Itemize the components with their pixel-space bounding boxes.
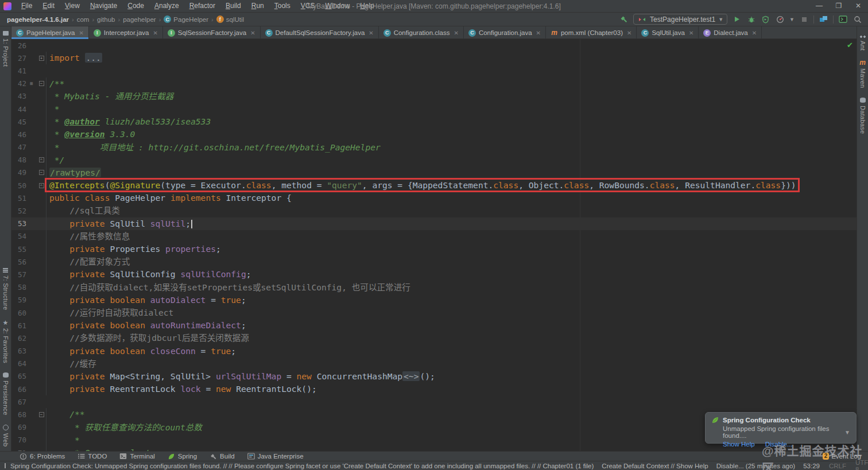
tab-close-icon[interactable]: ✕ xyxy=(79,30,83,36)
tab-interceptor-java[interactable]: IInterceptor.java✕ xyxy=(89,26,163,39)
fold-marker-icon[interactable]: + xyxy=(37,56,46,61)
fold-marker-icon[interactable]: − xyxy=(37,412,46,417)
menu-item-code[interactable]: Code xyxy=(122,0,149,12)
tab-pom-xml-chapter03-[interactable]: mpom.xml (Chapter03)✕ xyxy=(546,26,637,39)
breadcrumb-item-pagehelper[interactable]: pagehelper xyxy=(122,16,157,23)
profiler-icon[interactable] xyxy=(775,15,785,24)
tool-stripe-label: Maven xyxy=(859,68,866,88)
tab-close-icon[interactable]: ✕ xyxy=(153,30,157,36)
tool-window-button-6-problems[interactable]: 6: Problems xyxy=(20,453,65,460)
run-configuration-select[interactable]: TestPageHelper.test1 ▼ xyxy=(633,14,727,25)
menu-item-window[interactable]: Window xyxy=(320,0,355,12)
chevron-down-icon[interactable]: ▼ xyxy=(789,17,795,22)
tool-stripe-database[interactable]: Database xyxy=(859,93,866,139)
tool-stripe-ant[interactable]: Ant xyxy=(859,31,866,55)
notification-action-show-help[interactable]: Show Help xyxy=(723,441,755,448)
fold-marker-icon[interactable]: ^ xyxy=(37,183,46,188)
tab-close-icon[interactable]: ✕ xyxy=(369,30,373,36)
console-icon[interactable] xyxy=(838,15,848,24)
tool-window-button-spring[interactable]: Spring xyxy=(168,453,197,460)
tab-pagehelper-java[interactable]: CPageHelper.java✕ xyxy=(11,26,89,39)
menu-item-analyze[interactable]: Analyze xyxy=(149,0,184,12)
code-text: /rawtypes/ xyxy=(46,166,857,179)
code-line-57: 57 private SqlUtilConfig sqlUtilConfig; xyxy=(11,268,857,281)
menu-item-refactor[interactable]: Refactor xyxy=(184,0,220,12)
tab-close-icon[interactable]: ✕ xyxy=(689,30,693,36)
code-text: public class PageHelper implements Inter… xyxy=(46,192,857,204)
tool-stripe-2-favorites[interactable]: ★2: Favorites xyxy=(2,315,9,368)
status-message: Spring Configuration Check: Unmapped Spr… xyxy=(10,463,594,469)
tab-dialect-java[interactable]: EDialect.java✕ xyxy=(699,26,762,39)
class-icon: C xyxy=(164,15,171,23)
tool-stripe-persistence[interactable]: Persistence xyxy=(2,368,9,420)
code-text: private ReentrantLock lock = new Reentra… xyxy=(46,383,857,395)
tool-stripe-maven[interactable]: mMaven xyxy=(859,55,866,93)
breadcrumb-item-pagehelper[interactable]: CPageHelper xyxy=(162,15,210,23)
menu-item-navigate[interactable]: Navigate xyxy=(85,0,122,12)
breadcrumb-item-pagehelper-4.1.6.jar[interactable]: pagehelper-4.1.6.jar xyxy=(6,16,70,23)
chevron-down-icon[interactable]: ▼ xyxy=(844,429,850,436)
tab-sqlsessionfactory-java[interactable]: ISqlSessionFactory.java✕ xyxy=(163,26,261,39)
close-icon[interactable]: ✕ xyxy=(848,0,868,12)
code-text: private SqlUtilConfig sqlUtilConfig; xyxy=(46,268,857,281)
menu-item-help[interactable]: Help xyxy=(355,0,379,12)
code-editor[interactable]: 2627+import ...4142≡−/**43 * Mybatis - 通… xyxy=(11,39,857,451)
run-icon[interactable] xyxy=(732,15,742,24)
tool-window-bar: 6: ProblemsTODOTerminalSpringBuildJava E… xyxy=(0,451,868,461)
minimize-icon[interactable]: — xyxy=(809,0,829,12)
tab-close-icon[interactable]: ✕ xyxy=(536,30,541,36)
tool-window-button-build[interactable]: Build xyxy=(210,453,235,460)
class-icon: C xyxy=(265,29,273,37)
tool-stripe-label: 7: Structure xyxy=(2,275,9,310)
menu-item-edit[interactable]: Edit xyxy=(37,0,60,12)
menu-item-view[interactable]: View xyxy=(60,0,85,12)
code-line-27: 27+import ... xyxy=(11,52,857,64)
build-hammer-icon[interactable] xyxy=(619,15,629,24)
tool-window-button-terminal[interactable]: Terminal xyxy=(119,453,154,460)
tab-close-icon[interactable]: ✕ xyxy=(627,30,631,36)
tab-close-icon[interactable]: ✕ xyxy=(250,30,255,36)
breadcrumb-item-com[interactable]: com xyxy=(76,16,91,23)
tab-close-icon[interactable]: ✕ xyxy=(752,30,757,36)
tool-stripe-1-project[interactable]: 1: Project xyxy=(2,26,9,71)
breadcrumb-item-github[interactable]: github xyxy=(96,16,116,23)
debug-icon[interactable] xyxy=(746,15,756,24)
tool-window-button-todo[interactable]: TODO xyxy=(78,453,107,460)
tab-defaultsqlsessionfactory-java[interactable]: CDefaultSqlSessionFactory.java✕ xyxy=(261,26,379,39)
text-caret xyxy=(191,220,192,228)
menu-item-vcs[interactable]: VCS xyxy=(296,0,320,12)
menu-item-tools[interactable]: Tools xyxy=(269,0,296,12)
tool-stripe-web[interactable]: Web xyxy=(2,420,9,451)
menu-item-file[interactable]: File xyxy=(16,0,37,12)
line-number: 58 xyxy=(11,283,26,292)
tab-sqlutil-java[interactable]: CSqlUtil.java✕ xyxy=(637,26,699,39)
run-toolbar: TestPageHelper.test1 ▼ ▼ xyxy=(619,14,868,25)
tool-window-toggle-icon[interactable] xyxy=(5,463,6,468)
code-line-51: 51public class PageHelper implements Int… xyxy=(11,192,857,204)
fold-marker-icon[interactable]: − xyxy=(37,81,46,86)
project-structure-icon[interactable] xyxy=(819,15,828,24)
menu-item-build[interactable]: Build xyxy=(220,0,246,12)
code-line-42: 42≡−/** xyxy=(11,77,857,90)
event-log-badge: 2 xyxy=(823,453,830,460)
tool-stripe-7-structure[interactable]: 7: Structure xyxy=(2,263,9,314)
menu-item-run[interactable]: Run xyxy=(246,0,269,12)
maximize-icon[interactable]: ❐ xyxy=(829,0,848,12)
line-number: 42 xyxy=(11,79,26,88)
fold-marker-icon[interactable]: − xyxy=(37,170,46,175)
tab-configuration-class[interactable]: CConfiguration.class✕ xyxy=(379,26,464,39)
tool-window-button-java-enterprise[interactable]: Java Enterprise xyxy=(247,453,304,460)
tab-label: Configuration.java xyxy=(479,29,532,36)
maven-icon: m xyxy=(859,60,866,65)
inspections-ok-icon[interactable]: ✔ xyxy=(847,41,853,49)
tab-configuration-java[interactable]: CConfiguration.java✕ xyxy=(464,26,546,39)
status-action-create-context[interactable]: Create Default Context // Show Help xyxy=(602,463,708,469)
stop-icon[interactable] xyxy=(799,15,809,24)
breadcrumb-label: sqlUtil xyxy=(226,16,244,23)
event-log-button[interactable]: 2 Event Log xyxy=(823,453,861,460)
fold-marker-icon[interactable]: ^ xyxy=(37,157,46,162)
search-icon[interactable] xyxy=(852,15,862,24)
breadcrumb-item-sqlutil[interactable]: fsqlUtil xyxy=(215,15,245,23)
coverage-icon[interactable] xyxy=(761,15,770,24)
tab-close-icon[interactable]: ✕ xyxy=(454,30,458,36)
